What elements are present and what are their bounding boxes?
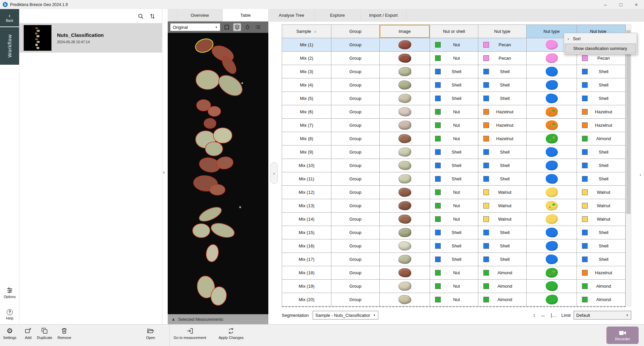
cell-group[interactable]: Group [331, 293, 380, 306]
cell-group[interactable]: Group [331, 280, 380, 293]
go-to-measurement-button[interactable]: Go to measurement [173, 327, 206, 340]
cell-nut-type[interactable]: Hazelnut [478, 132, 527, 146]
cell-group[interactable]: Group [331, 226, 380, 239]
tab-import-export[interactable]: Import / Export [361, 9, 407, 21]
fit-height-icon[interactable]: ↕ [533, 312, 535, 318]
cell-nut-type[interactable]: Shell [478, 159, 527, 172]
table-row[interactable]: Mix (6) Group Nut Hazelnut Hazelnut [282, 105, 626, 119]
cell-sample[interactable]: Mix (1) [282, 38, 331, 52]
cell-sample[interactable]: Mix (7) [282, 119, 331, 132]
cell-nut-or-shell[interactable]: Shell [430, 239, 478, 253]
cell-nut-type[interactable]: Hazelnut [478, 105, 527, 119]
cell-nut-type[interactable]: Walnut [478, 213, 527, 226]
cell-image[interactable] [380, 226, 430, 239]
cell-nut-type-prediction[interactable]: Hazelnut [577, 266, 626, 280]
cell-nut-type-prediction[interactable]: Almond [577, 280, 626, 293]
table-row[interactable]: Mix (20) Group Nut Almond Almond [282, 293, 626, 306]
cell-prediction-image[interactable] [527, 186, 577, 199]
table-row[interactable]: Mix (14) Group Nut Walnut Walnut [282, 213, 626, 226]
table-scrollbar[interactable] [626, 24, 631, 306]
cell-sample[interactable]: Mix (11) [282, 172, 331, 186]
cell-sample[interactable]: Mix (10) [282, 159, 331, 172]
cell-image[interactable] [380, 253, 430, 266]
cell-nut-type-prediction[interactable]: Shell [577, 226, 626, 239]
cell-image[interactable] [380, 159, 430, 172]
cell-prediction-image[interactable] [527, 172, 577, 186]
cell-nut-or-shell[interactable]: Shell [430, 172, 478, 186]
sort-arrows-icon[interactable] [149, 13, 155, 19]
cell-group[interactable]: Group [331, 78, 380, 92]
back-button[interactable]: ‹ Back [0, 9, 19, 26]
cell-image[interactable] [380, 119, 430, 132]
table-row[interactable]: Mix (15) Group Shell Shell Shell [282, 226, 626, 239]
cell-group[interactable]: Group [331, 213, 380, 226]
cell-nut-type-prediction[interactable]: Shell [577, 78, 626, 92]
menu-item-sort[interactable]: › Sort [565, 34, 636, 44]
cell-prediction-image[interactable] [527, 266, 577, 280]
cell-nut-or-shell[interactable]: Nut [430, 38, 478, 52]
limit-select[interactable]: Default ▼ [574, 311, 631, 320]
cell-nut-or-shell[interactable]: Nut [430, 119, 478, 132]
cell-nut-or-shell[interactable]: Shell [430, 92, 478, 105]
cell-prediction-image[interactable] [527, 159, 577, 172]
segmentation-select[interactable]: Sample - Nuts_Classification ▼ [313, 311, 378, 320]
cell-nut-type[interactable]: Shell [478, 226, 527, 239]
cell-nut-type[interactable]: Shell [478, 172, 527, 186]
table-row[interactable]: Mix (4) Group Shell Shell Shell [282, 78, 626, 92]
column-header[interactable]: Nut or shell [430, 24, 478, 38]
cell-nut-type[interactable]: Almond [478, 293, 527, 306]
tab-table[interactable]: Table [223, 9, 269, 21]
table-row[interactable]: Mix (5) Group Shell Shell Shell [282, 92, 626, 105]
cell-sample[interactable]: Mix (18) [282, 266, 331, 280]
cell-nut-type-prediction[interactable]: Shell [577, 92, 626, 105]
cell-group[interactable]: Group [331, 105, 380, 119]
cell-group[interactable]: Group [331, 132, 380, 146]
cell-nut-type-prediction[interactable]: Walnut [577, 213, 626, 226]
cell-prediction-image[interactable] [527, 65, 577, 78]
cell-image[interactable] [380, 280, 430, 293]
cell-image[interactable] [380, 199, 430, 213]
cell-nut-or-shell[interactable]: Nut [430, 199, 478, 213]
cell-group[interactable]: Group [331, 199, 380, 213]
cell-group[interactable]: Group [331, 92, 380, 105]
cell-image[interactable] [380, 146, 430, 159]
table-row[interactable]: Mix (18) Group Nut Almond Hazelnut [282, 266, 626, 280]
cell-prediction-image[interactable] [527, 105, 577, 119]
cell-prediction-image[interactable] [527, 213, 577, 226]
cell-sample[interactable]: Mix (14) [282, 213, 331, 226]
cell-sample[interactable]: Mix (8) [282, 132, 331, 146]
cell-nut-or-shell[interactable]: Shell [430, 78, 478, 92]
duplicate-button[interactable]: Duplicate [37, 327, 52, 340]
cell-image[interactable] [380, 293, 430, 306]
cell-nut-or-shell[interactable]: Nut [430, 132, 478, 146]
cell-prediction-image[interactable] [527, 280, 577, 293]
cell-image[interactable] [380, 38, 430, 52]
droplet-tool-button[interactable] [244, 23, 252, 31]
cell-prediction-image[interactable] [527, 146, 577, 159]
search-icon[interactable] [138, 13, 144, 19]
cell-group[interactable]: Group [331, 65, 380, 78]
cell-image[interactable] [380, 52, 430, 65]
cell-sample[interactable]: Mix (15) [282, 226, 331, 239]
layers-toggle-button[interactable] [233, 23, 241, 31]
square-selection-button[interactable] [223, 23, 231, 31]
cell-sample[interactable]: Mix (17) [282, 253, 331, 266]
cell-group[interactable]: Group [331, 159, 380, 172]
collapse-right-handle[interactable]: ‹ [640, 172, 641, 178]
cell-nut-or-shell[interactable]: Nut [430, 213, 478, 226]
cell-group[interactable]: Group [331, 253, 380, 266]
cell-sample[interactable]: Mix (3) [282, 65, 331, 78]
remove-button[interactable]: Remove [58, 327, 71, 340]
cell-nut-type-prediction[interactable]: Almond [577, 293, 626, 306]
table-row[interactable]: Mix (10) Group Shell Shell Shell [282, 159, 626, 172]
cell-sample[interactable]: Mix (20) [282, 293, 331, 306]
measurement-list-item[interactable]: Nuts_Classification 2024-05-28 15:47:14 [19, 23, 162, 53]
cell-nut-or-shell[interactable]: Nut [430, 280, 478, 293]
table-row[interactable]: Mix (7) Group Nut Hazelnut Hazelnut [282, 119, 626, 132]
cell-nut-or-shell[interactable]: Nut [430, 266, 478, 280]
cell-nut-type-prediction[interactable]: Shell [577, 172, 626, 186]
cell-image[interactable] [380, 92, 430, 105]
cell-image[interactable] [380, 266, 430, 280]
segmented-sample-image[interactable] [168, 33, 268, 314]
help-button[interactable]: ? Help [0, 309, 19, 320]
